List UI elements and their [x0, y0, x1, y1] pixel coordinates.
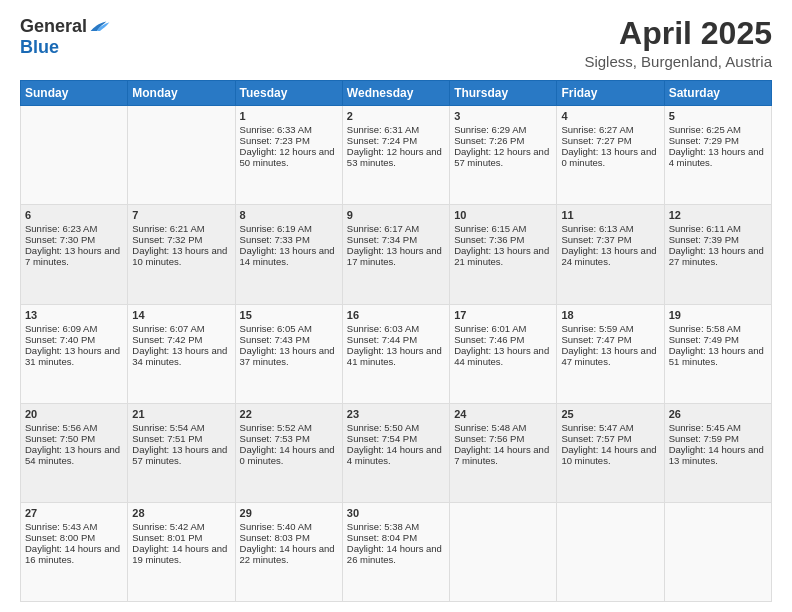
calendar-cell: 23Sunrise: 5:50 AMSunset: 7:54 PMDayligh…: [342, 403, 449, 502]
sunrise-text: Sunrise: 5:40 AM: [240, 521, 338, 532]
week-row-3: 13Sunrise: 6:09 AMSunset: 7:40 PMDayligh…: [21, 304, 772, 403]
daylight-text: Daylight: 13 hours and 24 minutes.: [561, 245, 659, 267]
calendar-cell: 8Sunrise: 6:19 AMSunset: 7:33 PMDaylight…: [235, 205, 342, 304]
sunrise-text: Sunrise: 5:58 AM: [669, 323, 767, 334]
daylight-text: Daylight: 13 hours and 10 minutes.: [132, 245, 230, 267]
calendar-cell: 15Sunrise: 6:05 AMSunset: 7:43 PMDayligh…: [235, 304, 342, 403]
sunset-text: Sunset: 7:26 PM: [454, 135, 552, 146]
daylight-text: Daylight: 13 hours and 37 minutes.: [240, 345, 338, 367]
daylight-text: Daylight: 13 hours and 21 minutes.: [454, 245, 552, 267]
sunrise-text: Sunrise: 6:13 AM: [561, 223, 659, 234]
sunset-text: Sunset: 7:23 PM: [240, 135, 338, 146]
sunrise-text: Sunrise: 5:45 AM: [669, 422, 767, 433]
day-number: 17: [454, 309, 552, 321]
calendar-cell: 1Sunrise: 6:33 AMSunset: 7:23 PMDaylight…: [235, 106, 342, 205]
sunrise-text: Sunrise: 5:59 AM: [561, 323, 659, 334]
calendar-cell: [557, 502, 664, 601]
daylight-text: Daylight: 13 hours and 4 minutes.: [669, 146, 767, 168]
sunset-text: Sunset: 7:37 PM: [561, 234, 659, 245]
sunset-text: Sunset: 7:27 PM: [561, 135, 659, 146]
calendar-cell: 13Sunrise: 6:09 AMSunset: 7:40 PMDayligh…: [21, 304, 128, 403]
sunrise-text: Sunrise: 6:25 AM: [669, 124, 767, 135]
sunrise-text: Sunrise: 6:31 AM: [347, 124, 445, 135]
sunrise-text: Sunrise: 6:29 AM: [454, 124, 552, 135]
calendar-cell: 5Sunrise: 6:25 AMSunset: 7:29 PMDaylight…: [664, 106, 771, 205]
sunrise-text: Sunrise: 6:33 AM: [240, 124, 338, 135]
calendar-cell: 26Sunrise: 5:45 AMSunset: 7:59 PMDayligh…: [664, 403, 771, 502]
daylight-text: Daylight: 14 hours and 26 minutes.: [347, 543, 445, 565]
sunset-text: Sunset: 7:47 PM: [561, 334, 659, 345]
day-number: 29: [240, 507, 338, 519]
day-header-saturday: Saturday: [664, 81, 771, 106]
day-header-thursday: Thursday: [450, 81, 557, 106]
calendar-cell: 3Sunrise: 6:29 AMSunset: 7:26 PMDaylight…: [450, 106, 557, 205]
calendar-cell: 9Sunrise: 6:17 AMSunset: 7:34 PMDaylight…: [342, 205, 449, 304]
sunset-text: Sunset: 7:30 PM: [25, 234, 123, 245]
daylight-text: Daylight: 13 hours and 7 minutes.: [25, 245, 123, 267]
day-header-friday: Friday: [557, 81, 664, 106]
sunset-text: Sunset: 8:03 PM: [240, 532, 338, 543]
calendar-cell: 10Sunrise: 6:15 AMSunset: 7:36 PMDayligh…: [450, 205, 557, 304]
sunset-text: Sunset: 8:01 PM: [132, 532, 230, 543]
sunset-text: Sunset: 7:34 PM: [347, 234, 445, 245]
day-header-wednesday: Wednesday: [342, 81, 449, 106]
logo-blue-text: Blue: [20, 37, 59, 58]
sunrise-text: Sunrise: 6:27 AM: [561, 124, 659, 135]
daylight-text: Daylight: 13 hours and 47 minutes.: [561, 345, 659, 367]
header: General Blue April 2025 Sigless, Burgenl…: [20, 16, 772, 70]
header-row: SundayMondayTuesdayWednesdayThursdayFrid…: [21, 81, 772, 106]
sunset-text: Sunset: 7:53 PM: [240, 433, 338, 444]
calendar-cell: 30Sunrise: 5:38 AMSunset: 8:04 PMDayligh…: [342, 502, 449, 601]
day-number: 7: [132, 209, 230, 221]
daylight-text: Daylight: 13 hours and 27 minutes.: [669, 245, 767, 267]
day-number: 27: [25, 507, 123, 519]
daylight-text: Daylight: 14 hours and 7 minutes.: [454, 444, 552, 466]
calendar-cell: [21, 106, 128, 205]
calendar-cell: 24Sunrise: 5:48 AMSunset: 7:56 PMDayligh…: [450, 403, 557, 502]
daylight-text: Daylight: 13 hours and 31 minutes.: [25, 345, 123, 367]
logo: General Blue: [20, 16, 111, 58]
sunrise-text: Sunrise: 6:07 AM: [132, 323, 230, 334]
daylight-text: Daylight: 13 hours and 0 minutes.: [561, 146, 659, 168]
sunset-text: Sunset: 7:44 PM: [347, 334, 445, 345]
sunset-text: Sunset: 7:51 PM: [132, 433, 230, 444]
week-row-5: 27Sunrise: 5:43 AMSunset: 8:00 PMDayligh…: [21, 502, 772, 601]
sunset-text: Sunset: 7:39 PM: [669, 234, 767, 245]
day-number: 1: [240, 110, 338, 122]
daylight-text: Daylight: 14 hours and 10 minutes.: [561, 444, 659, 466]
day-number: 5: [669, 110, 767, 122]
calendar-cell: 14Sunrise: 6:07 AMSunset: 7:42 PMDayligh…: [128, 304, 235, 403]
calendar-cell: 21Sunrise: 5:54 AMSunset: 7:51 PMDayligh…: [128, 403, 235, 502]
day-number: 16: [347, 309, 445, 321]
calendar-cell: 7Sunrise: 6:21 AMSunset: 7:32 PMDaylight…: [128, 205, 235, 304]
sunset-text: Sunset: 7:40 PM: [25, 334, 123, 345]
day-number: 2: [347, 110, 445, 122]
sunset-text: Sunset: 7:29 PM: [669, 135, 767, 146]
daylight-text: Daylight: 14 hours and 0 minutes.: [240, 444, 338, 466]
day-number: 22: [240, 408, 338, 420]
sunrise-text: Sunrise: 6:09 AM: [25, 323, 123, 334]
day-number: 13: [25, 309, 123, 321]
calendar-cell: [450, 502, 557, 601]
calendar-cell: 20Sunrise: 5:56 AMSunset: 7:50 PMDayligh…: [21, 403, 128, 502]
daylight-text: Daylight: 14 hours and 4 minutes.: [347, 444, 445, 466]
sunset-text: Sunset: 7:59 PM: [669, 433, 767, 444]
sunrise-text: Sunrise: 6:05 AM: [240, 323, 338, 334]
day-number: 15: [240, 309, 338, 321]
calendar-cell: 11Sunrise: 6:13 AMSunset: 7:37 PMDayligh…: [557, 205, 664, 304]
daylight-text: Daylight: 14 hours and 22 minutes.: [240, 543, 338, 565]
sunrise-text: Sunrise: 5:47 AM: [561, 422, 659, 433]
day-number: 28: [132, 507, 230, 519]
daylight-text: Daylight: 14 hours and 16 minutes.: [25, 543, 123, 565]
day-number: 19: [669, 309, 767, 321]
calendar-cell: 2Sunrise: 6:31 AMSunset: 7:24 PMDaylight…: [342, 106, 449, 205]
sunrise-text: Sunrise: 5:54 AM: [132, 422, 230, 433]
sunset-text: Sunset: 7:32 PM: [132, 234, 230, 245]
day-number: 10: [454, 209, 552, 221]
sunset-text: Sunset: 7:49 PM: [669, 334, 767, 345]
sunrise-text: Sunrise: 5:43 AM: [25, 521, 123, 532]
month-title: April 2025: [584, 16, 772, 51]
page: General Blue April 2025 Sigless, Burgenl…: [0, 0, 792, 612]
daylight-text: Daylight: 13 hours and 34 minutes.: [132, 345, 230, 367]
daylight-text: Daylight: 13 hours and 41 minutes.: [347, 345, 445, 367]
